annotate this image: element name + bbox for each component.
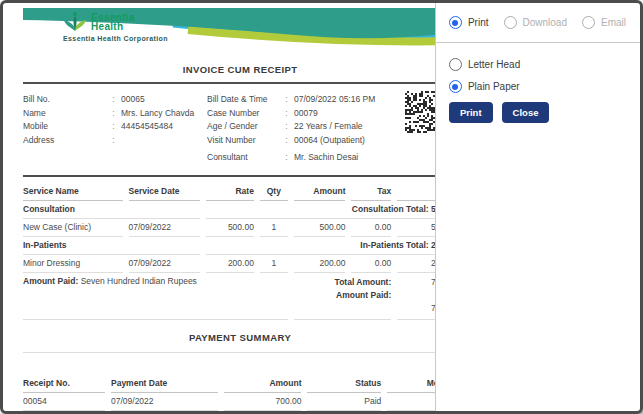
field-value: 00065 xyxy=(121,93,145,107)
radio-email[interactable]: Email xyxy=(582,16,626,29)
cell-amount: 500.00 xyxy=(294,219,346,237)
print-options-panel: Print Download Email Letter Head Plain P… xyxy=(436,3,640,411)
invoice-document: Essentia Health Essentia Health Corporat… xyxy=(23,8,436,411)
bill-no-row: Bill No. : 00065 xyxy=(23,93,207,107)
radio-download-circle[interactable] xyxy=(504,16,517,29)
field-label: Consultant xyxy=(207,151,279,165)
col-status: Status xyxy=(307,375,381,393)
col-service-name: Service Name xyxy=(23,183,123,201)
col-service-date: Service Date xyxy=(129,183,201,201)
radio-plain-paper-circle[interactable] xyxy=(449,80,462,93)
field-value: Mr. Sachin Desai xyxy=(294,151,358,165)
field-value: 00064 (Outpatient) xyxy=(294,134,365,148)
close-button[interactable]: Close xyxy=(502,102,550,123)
bill-info-right-column: Bill Date & Time : 07/09/2022 05:16 PM C… xyxy=(207,93,436,165)
field-value: 22 Years / Female xyxy=(294,120,363,134)
qr-code xyxy=(404,90,436,134)
age-gender-row: Age / Gender : 22 Years / Female xyxy=(207,120,436,134)
col-amount: Amount xyxy=(224,375,302,393)
bill-date-row: Bill Date & Time : 07/09/2022 05:16 PM xyxy=(207,93,436,107)
col-method: Method xyxy=(387,375,436,393)
field-value: Mrs. Lancy Chavda xyxy=(121,107,194,121)
cell-payment-date: 07/09/2022 xyxy=(111,393,218,411)
letterhead-banner: Essentia Health Essentia Health Corporat… xyxy=(23,8,436,50)
field-label: Name xyxy=(23,107,106,121)
colon: : xyxy=(279,107,294,121)
radio-plain-paper-label: Plain Paper xyxy=(468,81,520,92)
col-tax: Tax xyxy=(351,183,391,201)
col-payment-date: Payment Date xyxy=(111,375,218,393)
col-receipt-no: Receipt No. xyxy=(23,375,105,393)
radio-plain-paper[interactable]: Plain Paper xyxy=(449,80,626,93)
cell-service-date: 07/09/2022 xyxy=(129,219,201,237)
radio-letter-head[interactable]: Letter Head xyxy=(449,58,626,71)
colon: : xyxy=(106,93,121,107)
group-total-label: Consultation Total: xyxy=(352,204,429,214)
group-total: Consultation Total: 500.00 xyxy=(206,201,436,219)
colon: : xyxy=(279,134,294,148)
group-total-label: In-Patients Total: xyxy=(360,240,428,250)
field-value: 44454545484 xyxy=(121,120,173,134)
colon: : xyxy=(279,120,294,134)
colon: : xyxy=(106,134,121,148)
radio-letter-head-circle[interactable] xyxy=(449,58,462,71)
cell-service-date: 07/09/2022 xyxy=(129,255,201,273)
field-label: Age / Gender xyxy=(207,120,279,134)
cell-service-name: Minor Dressing xyxy=(23,255,123,273)
case-number-row: Case Number : 00079 xyxy=(207,107,436,121)
consultant-row: Consultant : Mr. Sachin Desai xyxy=(207,151,436,165)
radio-print[interactable]: Print xyxy=(449,16,489,29)
group-row-consultation: Consultation Consultation Total: 500.00 xyxy=(23,201,436,219)
logo-leaf-icon xyxy=(63,11,87,33)
cell-qty: 1 xyxy=(260,219,288,237)
colon: : xyxy=(279,151,294,165)
cell-rate: 500.00 xyxy=(206,219,254,237)
totals-values: 700.00 700.00 xyxy=(397,273,436,320)
cell-method: Cash xyxy=(387,393,436,411)
cell-net: 200.00 xyxy=(397,255,436,273)
cell-amount: 700.00 xyxy=(224,393,302,411)
col-qty: Qty xyxy=(260,183,288,201)
group-total: In-Patients Total: 200.00 xyxy=(206,237,436,255)
cell-qty: 1 xyxy=(260,255,288,273)
field-label: Bill Date & Time xyxy=(207,93,279,107)
cell-status: Paid xyxy=(307,393,381,411)
output-mode-group: Print Download Email xyxy=(436,3,640,43)
totals-row: Amount Paid: Seven Hundred Indian Rupees… xyxy=(23,273,436,320)
logo-name-line2: Health xyxy=(91,22,135,32)
field-label: Case Number xyxy=(207,107,279,121)
address-row: Address : xyxy=(23,134,207,148)
radio-email-circle[interactable] xyxy=(582,16,595,29)
colon: : xyxy=(279,93,294,107)
radio-download[interactable]: Download xyxy=(504,16,567,29)
cell-net: 500.00 xyxy=(397,219,436,237)
bill-info-section: Bill No. : 00065 Name : Mrs. Lancy Chavd… xyxy=(23,82,436,177)
total-amount-label: Total Amount: xyxy=(294,276,392,289)
paper-type-group: Letter Head Plain Paper Print Close xyxy=(436,43,640,123)
invoice-preview-pane: Essentia Health Essentia Health Corporat… xyxy=(3,3,436,411)
cell-tax: 0.00 xyxy=(351,219,391,237)
services-header-row: Service Name Service Date Rate Qty Amoun… xyxy=(23,183,436,201)
hospital-logo: Essentia Health Essentia Health Corporat… xyxy=(63,11,168,42)
radio-download-label: Download xyxy=(523,17,567,28)
payment-header-row: Receipt No. Payment Date Amount Status M… xyxy=(23,375,436,393)
patient-name-row: Name : Mrs. Lancy Chavda xyxy=(23,107,207,121)
payment-row: 00054 07/09/2022 700.00 Paid Cash xyxy=(23,393,436,411)
service-row: Minor Dressing 07/09/2022 200.00 1 200.0… xyxy=(23,255,436,273)
field-label: Mobile xyxy=(23,120,106,134)
print-button[interactable]: Print xyxy=(449,102,493,123)
totals-labels: Total Amount: Amount Paid: xyxy=(294,273,392,320)
radio-letter-head-label: Letter Head xyxy=(468,59,520,70)
radio-print-circle[interactable] xyxy=(449,16,462,29)
cell-receipt-no: 00054 xyxy=(23,393,105,411)
service-row: New Case (Clinic) 07/09/2022 500.00 1 50… xyxy=(23,219,436,237)
services-table: Service Name Service Date Rate Qty Amoun… xyxy=(17,183,436,320)
field-label: Visit Number xyxy=(207,134,279,148)
colon: : xyxy=(106,107,121,121)
col-amount: Amount xyxy=(294,183,346,201)
payment-summary-title: PAYMENT SUMMARY xyxy=(23,332,436,353)
amount-paid-label: Amount Paid: xyxy=(294,289,392,302)
field-label: Address xyxy=(23,134,106,148)
payment-summary-table: Receipt No. Payment Date Amount Status M… xyxy=(17,375,436,411)
visit-number-row: Visit Number : 00064 (Outpatient) xyxy=(207,134,436,148)
